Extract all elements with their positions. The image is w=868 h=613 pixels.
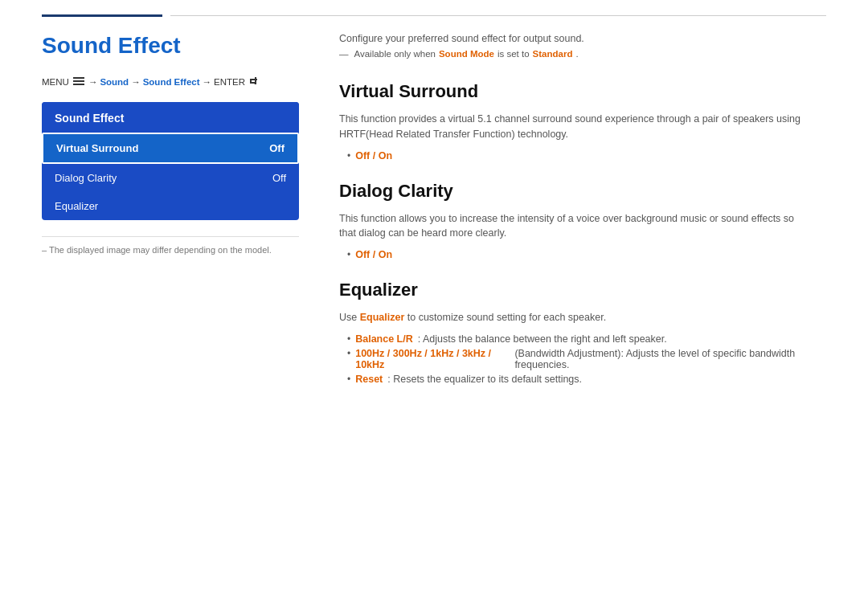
svg-rect-0	[73, 77, 84, 79]
equalizer-desc: Use Equalizer to customize sound setting…	[339, 310, 805, 325]
enter-icon	[249, 76, 260, 88]
equalizer-bullet-balance: Balance L/R: Adjusts the balance between…	[347, 333, 826, 345]
equalizer-label: Equalizer	[55, 200, 98, 212]
virtual-surround-desc: This function provides a virtual 5.1 cha…	[339, 112, 805, 142]
section-virtual-surround: Virtual Surround This function provides …	[339, 81, 826, 161]
virtual-surround-option: Off / On	[355, 150, 392, 161]
section-dialog-clarity: Dialog Clarity This function allows you …	[339, 181, 826, 261]
intro-text: Configure your preferred sound effect fo…	[339, 33, 826, 44]
right-panel: Configure your preferred sound effect fo…	[323, 17, 826, 404]
dialog-clarity-label: Dialog Clarity	[55, 172, 117, 184]
virtual-surround-bullet-1: Off / On	[347, 150, 826, 161]
reset-desc: : Resets the equalizer to its default se…	[387, 374, 582, 385]
balance-label: Balance L/R	[355, 333, 413, 345]
menu-item-dialog-clarity[interactable]: Dialog Clarity Off	[42, 164, 299, 192]
equalizer-bullets: Balance L/R: Adjusts the balance between…	[339, 333, 826, 385]
breadcrumb-sound-effect: Sound Effect	[143, 77, 200, 87]
main-content: Sound Effect MENU → Sound → Sound Effect…	[0, 17, 868, 404]
virtual-surround-title: Virtual Surround	[339, 81, 826, 102]
top-bar-right-line	[170, 15, 826, 16]
arrow3: →	[203, 77, 212, 87]
virtual-surround-label: Virtual Surround	[56, 142, 138, 154]
dialog-clarity-option: Off / On	[355, 249, 392, 260]
dialog-clarity-title: Dialog Clarity	[339, 181, 826, 202]
standard-bold: Standard	[533, 49, 573, 59]
available-period: .	[575, 49, 578, 59]
equalizer-bullet-freq: 100Hz / 300Hz / 1kHz / 3kHz / 10kHz (Ban…	[347, 348, 826, 370]
section-equalizer: Equalizer Use Equalizer to customize sou…	[339, 280, 826, 385]
available-prefix: Available only when	[354, 49, 436, 59]
dialog-clarity-bullet-1: Off / On	[347, 249, 826, 260]
dialog-clarity-value: Off	[272, 172, 286, 184]
menu-item-virtual-surround[interactable]: Virtual Surround Off	[42, 133, 299, 164]
svg-rect-7	[250, 82, 255, 84]
svg-rect-2	[73, 84, 84, 85]
reset-label: Reset	[355, 374, 383, 385]
page-title: Sound Effect	[42, 33, 299, 59]
breadcrumb-enter: ENTER	[214, 77, 245, 87]
left-panel: Sound Effect MENU → Sound → Sound Effect…	[42, 17, 323, 404]
freq-label: 100Hz / 300Hz / 1kHz / 3kHz / 10kHz	[355, 348, 510, 370]
arrow2: →	[131, 77, 141, 87]
menu-label: MENU	[42, 77, 69, 87]
note-text: – The displayed image may differ dependi…	[42, 245, 299, 255]
menu-item-equalizer[interactable]: Equalizer	[42, 192, 299, 220]
menu-box-title: Sound Effect	[42, 102, 299, 133]
sound-mode-bold: Sound Mode	[439, 49, 494, 59]
freq-desc: (Bandwidth Adjustment): Adjusts the leve…	[514, 348, 826, 370]
top-bar	[0, 0, 868, 17]
menu-box: Sound Effect Virtual Surround Off Dialog…	[42, 102, 299, 220]
balance-desc: : Adjusts the balance between the right …	[418, 333, 667, 345]
breadcrumb: MENU → Sound → Sound Effect → ENTER	[42, 76, 299, 88]
breadcrumb-sound: Sound	[100, 77, 129, 87]
svg-rect-1	[73, 80, 84, 82]
available-mid: is set to	[497, 49, 530, 59]
equalizer-section-title: Equalizer	[339, 280, 826, 300]
dialog-clarity-desc: This function allows you to increase the…	[339, 211, 805, 242]
equalizer-bullet-reset: Reset: Resets the equalizer to its defau…	[347, 374, 826, 385]
virtual-surround-bullets: Off / On	[339, 150, 826, 161]
dialog-clarity-bullets: Off / On	[339, 249, 826, 260]
available-note: Available only when Sound Mode is set to…	[339, 49, 826, 59]
equalizer-desc-bold: Equalizer	[360, 312, 405, 323]
menu-icon	[73, 77, 84, 88]
arrow1: →	[88, 77, 98, 87]
left-divider	[42, 236, 299, 237]
virtual-surround-value: Off	[269, 142, 285, 154]
